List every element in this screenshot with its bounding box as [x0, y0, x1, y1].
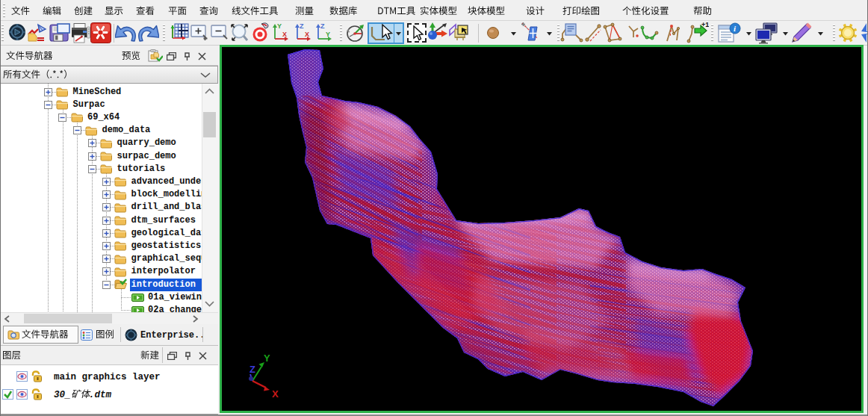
- svg-text:Z: Z: [249, 364, 255, 375]
- svg-text:Z: Z: [300, 22, 304, 30]
- svg-text:+1: +1: [701, 21, 709, 28]
- svg-text:Y: Y: [277, 22, 282, 30]
- svg-text:Y: Y: [326, 31, 330, 38]
- svg-text:Z: Z: [320, 22, 325, 30]
- svg-text:X: X: [272, 388, 279, 400]
- svg-text:Y: Y: [264, 353, 270, 364]
- svg-text:X: X: [282, 31, 287, 38]
- svg-text:X: X: [305, 31, 309, 38]
